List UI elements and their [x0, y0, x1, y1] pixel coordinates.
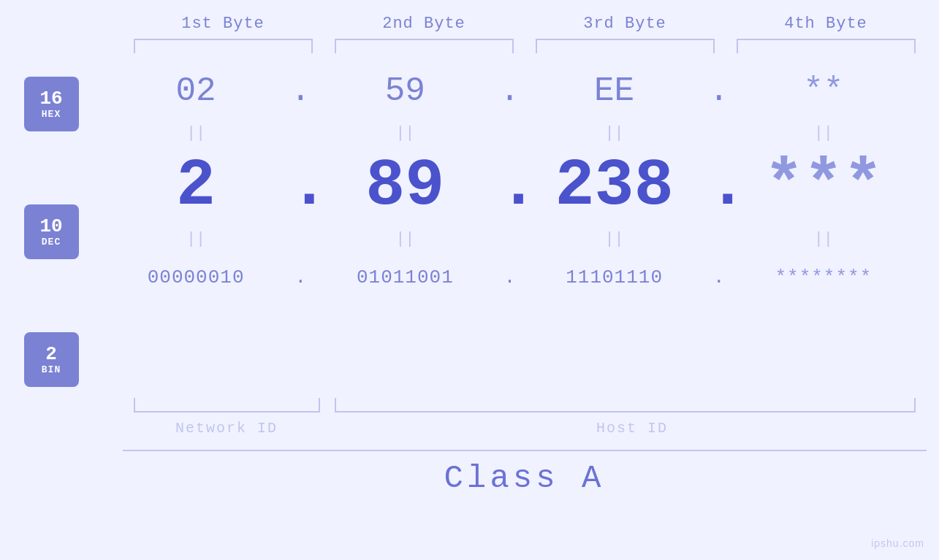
bin-dot3: . [708, 266, 730, 288]
eq1-b4: || [730, 124, 917, 142]
hex-b1: 02 [102, 72, 289, 110]
class-label: Class A [444, 460, 605, 496]
dec-dot3: . [708, 149, 730, 223]
host-bracket [335, 398, 916, 413]
host-id-label: Host ID [338, 420, 927, 437]
eq2-b4: || [730, 230, 917, 248]
top-bracket-4 [737, 39, 916, 53]
badge-bin: 2 BIN [24, 332, 79, 387]
bin-b3: 11101110 [521, 266, 708, 288]
dec-b2: 89 [311, 149, 498, 223]
network-id-label: Network ID [123, 420, 331, 437]
hex-dot3: . [708, 72, 730, 110]
hex-row: 02 . 59 . EE . ** [102, 62, 917, 120]
eq1-b2: || [311, 124, 498, 142]
badge-hex-number: 16 [39, 88, 62, 110]
eq1-b1: || [102, 124, 289, 142]
main-container: 1st Byte 2nd Byte 3rd Byte 4th Byte 16 H… [0, 0, 939, 560]
badge-hex: 16 HEX [24, 77, 79, 131]
header-byte1: 1st Byte [123, 15, 324, 33]
top-bracket-1 [134, 39, 313, 53]
eq2-b1: || [102, 230, 289, 248]
dec-b3: 238 [521, 149, 708, 223]
watermark: ipshu.com [871, 537, 924, 549]
bin-dot2: . [499, 266, 521, 288]
header-byte2: 2nd Byte [324, 15, 525, 33]
bin-b1: 00000010 [102, 266, 289, 288]
bin-row: 00000010 . 01011001 . 11101110 . *******… [102, 252, 917, 303]
hex-dot2: . [499, 72, 521, 110]
badge-dec: 10 DEC [24, 204, 79, 259]
header-byte3: 3rd Byte [525, 15, 726, 33]
eq1-b3: || [521, 124, 708, 142]
eq2-b3: || [521, 230, 708, 248]
equals-row-2: || || || || [102, 226, 917, 252]
hex-b3: EE [521, 72, 708, 110]
equals-row-1: || || || || [102, 120, 917, 146]
hex-b2: 59 [311, 72, 498, 110]
badge-dec-label: DEC [42, 237, 61, 248]
id-labels: Network ID Host ID [123, 420, 927, 437]
eq2-b2: || [311, 230, 498, 248]
dec-row: 2 . 89 . 238 . *** [102, 146, 917, 226]
bin-b4: ******** [730, 266, 917, 288]
hex-b4: ** [730, 72, 917, 110]
badge-hex-label: HEX [42, 109, 61, 120]
badges-column: 16 HEX 10 DEC 2 BIN [0, 62, 102, 394]
class-row: Class A [123, 450, 927, 496]
badge-dec-number: 10 [39, 216, 62, 237]
network-bracket [134, 398, 320, 413]
dec-b4: *** [730, 149, 917, 223]
badge-bin-label: BIN [42, 364, 61, 375]
top-bracket-3 [536, 39, 715, 53]
bin-b2: 01011001 [311, 266, 498, 288]
bin-dot1: . [289, 266, 311, 288]
dec-dot1: . [289, 149, 311, 223]
hex-dot1: . [289, 72, 311, 110]
header-byte4: 4th Byte [726, 15, 927, 33]
dec-b1: 2 [102, 149, 289, 223]
badge-bin-number: 2 [45, 344, 57, 365]
top-bracket-2 [335, 39, 514, 53]
dec-dot2: . [499, 149, 521, 223]
